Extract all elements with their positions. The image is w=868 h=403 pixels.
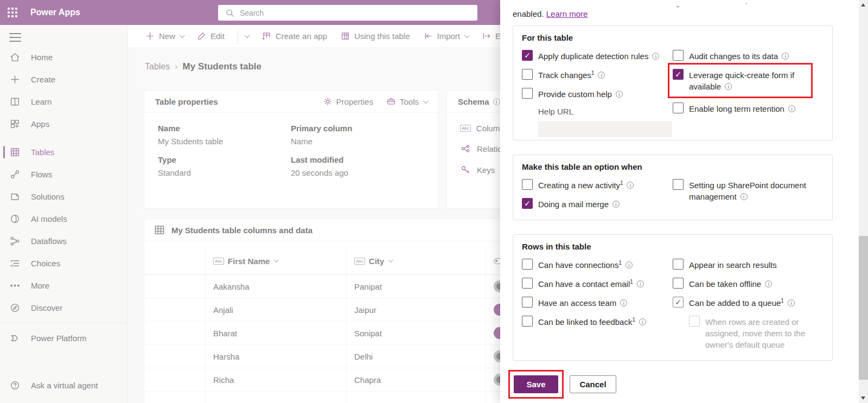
info-icon[interactable]: i <box>652 53 659 60</box>
checkbox-label: Setting up SharePoint document managemen… <box>689 179 808 202</box>
section-title: For this table <box>522 33 824 42</box>
checkbox-label: Can be added to a queue1i <box>689 297 795 309</box>
info-icon[interactable]: i <box>616 91 623 98</box>
section-title: Make this table an option when <box>522 162 824 171</box>
info-icon[interactable]: i <box>788 299 795 306</box>
checkbox-can-be-linked-to-feedback[interactable] <box>522 316 533 327</box>
save-button[interactable]: Save <box>514 375 558 393</box>
learn-more-link[interactable]: Learn more <box>546 9 588 18</box>
checkbox-creating-a-new-activity[interactable] <box>522 179 533 190</box>
checkbox-apply-duplicate-detection-rules[interactable]: ✓ <box>522 50 533 61</box>
help-url-label: Help URL <box>538 107 673 116</box>
info-icon[interactable]: i <box>626 261 633 268</box>
checkbox-label: Can be linked to feedback1i <box>538 316 646 328</box>
info-icon[interactable]: i <box>627 182 634 189</box>
checkbox-row-when-rows-are-created-or-assigned-move-them-to-the-owner-s-default-queue: When rows are created or assigned, move … <box>689 316 824 350</box>
checkbox-enable-long-term-retention[interactable] <box>673 103 684 113</box>
info-icon[interactable]: i <box>620 299 627 306</box>
cancel-button[interactable]: Cancel <box>570 375 616 393</box>
checkbox-label: Can have a contact email1i <box>538 278 644 290</box>
page-scrollbar[interactable] <box>859 0 868 403</box>
checkbox-when-rows-are-created-or-assigned-move-them-to-the-owner-s-default-queue <box>689 316 700 327</box>
scrollbar-thumb[interactable] <box>859 236 868 380</box>
checkbox-label: Can be taken offlinei <box>689 278 772 290</box>
checkbox-row-track-changes: Track changes1i <box>522 69 673 81</box>
checkbox-row-doing-a-mail-merge: ✓Doing a mail mergei <box>522 198 673 210</box>
checkbox-can-have-connections[interactable] <box>522 259 533 270</box>
info-icon[interactable]: i <box>788 105 795 112</box>
checkbox-provide-custom-help[interactable] <box>522 88 533 99</box>
checkbox-label: Audit changes to its datai <box>689 50 789 62</box>
panel-intro-text: enabled. Learn more <box>513 9 859 18</box>
info-icon[interactable]: i <box>741 193 748 200</box>
checkbox-label: Doing a mail mergei <box>538 198 620 210</box>
checkbox-row-can-have-connections: Can have connections1i <box>522 259 673 271</box>
panel-section-rows-in-this-table: Rows in this tableCan have connections1i… <box>513 234 833 361</box>
checkbox-label: Apply duplicate detection rulesi <box>538 50 659 62</box>
info-icon[interactable]: i <box>639 318 646 325</box>
checkbox-row-have-an-access-team: Have an access teami <box>522 297 673 309</box>
checkbox-have-an-access-team[interactable] <box>522 297 533 308</box>
scrollbar-down-icon[interactable] <box>861 396 865 400</box>
checkbox-row-creating-a-new-activity: Creating a new activity1i <box>522 179 673 191</box>
checkbox-can-be-taken-offline[interactable] <box>673 278 684 289</box>
scrollbar-up-icon[interactable] <box>861 3 865 7</box>
checkbox-can-have-a-contact-email[interactable] <box>522 278 533 289</box>
checkbox-label: Have an access teami <box>538 297 627 309</box>
panel-sections: For this table✓Apply duplicate detection… <box>513 25 859 361</box>
checkbox-label: Creating a new activity1i <box>538 179 634 191</box>
checkbox-row-can-be-added-to-a-queue: ✓Can be added to a queue1i <box>673 297 824 309</box>
panel-section-for-this-table: For this table✓Apply duplicate detection… <box>513 25 833 140</box>
checkbox-doing-a-mail-merge[interactable]: ✓ <box>522 198 533 209</box>
checkbox-row-can-have-a-contact-email: Can have a contact email1i <box>522 278 673 290</box>
checkbox-label: Provide custom helpi <box>538 88 623 100</box>
panel-section-make-this-table-an-option-when: Make this table an option whenCreating a… <box>513 155 833 220</box>
checkbox-label: When rows are created or assigned, move … <box>705 316 816 350</box>
checkbox-row-provide-custom-help: Provide custom helpi <box>522 88 673 100</box>
checkbox-can-be-added-to-a-queue[interactable]: ✓ <box>673 297 684 308</box>
info-icon[interactable]: i <box>765 280 772 287</box>
panel-actions: Save Cancel <box>508 370 616 399</box>
checkbox-track-changes[interactable] <box>522 69 533 80</box>
checkbox-label: Leverage quick-create form if availablei <box>689 69 808 92</box>
checkbox-label: Can have connections1i <box>538 259 633 271</box>
help-url-group: Help URL <box>538 107 673 137</box>
info-icon[interactable]: i <box>612 201 620 208</box>
save-highlight-box: Save <box>508 370 564 399</box>
checkbox-audit-changes-to-its-data[interactable] <box>673 50 684 61</box>
checkbox-row-can-be-taken-offline: Can be taken offlinei <box>673 278 824 290</box>
checkbox-row-setting-up-sharepoint-document-management: Setting up SharePoint document managemen… <box>673 179 824 202</box>
scrolled-text-remnant: ⌄ ' <box>675 1 778 9</box>
info-icon[interactable]: i <box>725 83 732 90</box>
red-highlight-box: ✓Leverage quick-create form if available… <box>668 63 813 98</box>
section-title: Rows in this table <box>522 242 824 251</box>
checkbox-label: Track changes1i <box>538 69 605 81</box>
checkbox-label: Enable long term retentioni <box>689 103 795 114</box>
checkbox-row-audit-changes-to-its-data: Audit changes to its datai <box>673 50 824 62</box>
table-settings-panel: ⌄ ' enabled. Learn more For this table✓A… <box>500 0 859 403</box>
checkbox-row-leverage-quick-create-form-if-available: ✓Leverage quick-create form if available… <box>673 69 809 92</box>
checkbox-row-can-be-linked-to-feedback: Can be linked to feedback1i <box>522 316 673 328</box>
checkbox-leverage-quick-create-form-if-available[interactable]: ✓ <box>673 69 684 80</box>
info-icon[interactable]: i <box>598 72 605 79</box>
info-icon[interactable]: i <box>782 53 789 60</box>
checkbox-label: Appear in search results <box>689 259 777 271</box>
checkbox-setting-up-sharepoint-document-management[interactable] <box>673 179 684 190</box>
checkbox-row-enable-long-term-retention: Enable long term retentioni <box>673 103 824 114</box>
checkbox-row-appear-in-search-results: Appear in search results <box>673 259 824 271</box>
checkbox-row-apply-duplicate-detection-rules: ✓Apply duplicate detection rulesi <box>522 50 673 62</box>
checkbox-appear-in-search-results[interactable] <box>673 259 684 270</box>
info-icon[interactable]: i <box>637 280 644 287</box>
help-url-input <box>538 121 672 137</box>
